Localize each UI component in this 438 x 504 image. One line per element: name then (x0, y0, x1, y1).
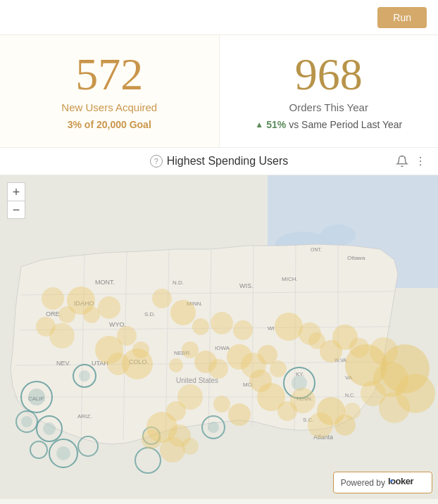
new-users-label: New Users Acquired (61, 101, 157, 113)
info-icon: ? (150, 155, 163, 168)
svg-point-3 (420, 160, 421, 162)
svg-point-83 (270, 360, 287, 377)
map-title-text: Highest Spending Users (167, 155, 289, 168)
svg-point-120 (182, 438, 199, 455)
map-actions (396, 155, 427, 168)
svg-point-53 (43, 422, 56, 435)
svg-point-104 (42, 287, 64, 310)
svg-point-75 (308, 412, 333, 438)
svg-point-88 (208, 359, 228, 379)
svg-point-89 (227, 344, 252, 370)
powered-by-badge: Powered by looker (333, 472, 432, 493)
map-container: + − (0, 175, 438, 499)
svg-point-106 (67, 286, 95, 315)
svg-point-112 (228, 403, 251, 426)
map-header: ? Highest Spending Users (0, 148, 438, 175)
new-users-goal: 3% of 20,000 Goal (68, 119, 151, 130)
svg-point-97 (152, 289, 172, 308)
svg-text:ONT.: ONT. (311, 247, 322, 252)
svg-point-100 (211, 312, 233, 334)
metrics-row: 572 New Users Acquired 3% of 20,000 Goal… (0, 35, 438, 148)
svg-point-49 (28, 389, 45, 405)
svg-point-8 (320, 225, 356, 246)
svg-point-94 (122, 348, 153, 379)
svg-point-87 (169, 358, 183, 372)
svg-point-108 (49, 323, 75, 348)
orders-label: Orders This Year (289, 101, 368, 113)
map-svg: ORE. IDAHO WYO. S.D. MINN. MONT. N.D. WI… (0, 175, 438, 499)
svg-point-118 (142, 429, 161, 449)
zoom-in-button[interactable]: + (7, 182, 25, 201)
svg-point-96 (98, 296, 120, 319)
new-users-card: 572 New Users Acquired 3% of 20,000 Goal (0, 35, 220, 147)
map-title: ? Highest Spending Users (150, 155, 289, 168)
svg-point-119 (160, 437, 185, 462)
svg-point-85 (182, 341, 199, 358)
orders-card: 968 Orders This Year ▲ 51% vs Same Perio… (220, 35, 439, 147)
zoom-controls: + − (7, 182, 25, 219)
svg-point-56 (56, 446, 70, 460)
svg-point-98 (170, 300, 196, 325)
run-button[interactable]: Run (377, 7, 427, 28)
svg-text:WIS.: WIS. (239, 282, 254, 289)
powered-by-text: Powered by (341, 478, 385, 488)
svg-point-101 (233, 320, 253, 340)
top-bar: Run (0, 0, 438, 35)
svg-point-51 (21, 416, 32, 427)
new-users-number: 572 (75, 52, 143, 97)
svg-point-111 (213, 396, 230, 412)
svg-text:United States: United States (176, 377, 218, 384)
svg-point-122 (390, 479, 393, 482)
svg-text:N.C.: N.C. (345, 393, 355, 398)
svg-text:MONT.: MONT. (95, 279, 115, 286)
map-section: ? Highest Spending Users (0, 148, 438, 504)
svg-point-72 (379, 392, 410, 423)
svg-text:ARIZ.: ARIZ. (77, 413, 92, 420)
svg-point-61 (79, 370, 90, 382)
svg-point-78 (349, 338, 369, 358)
trend-label: vs Same Period Last Year (289, 119, 402, 130)
orders-number: 968 (295, 52, 363, 97)
svg-point-99 (192, 318, 209, 335)
alert-button[interactable] (396, 155, 408, 168)
svg-point-76 (344, 403, 361, 420)
svg-text:WI: WI (268, 325, 275, 332)
svg-point-4 (420, 164, 421, 165)
looker-logo: looker (388, 476, 425, 489)
svg-text:S.D.: S.D. (144, 311, 156, 317)
svg-text:MICH.: MICH. (282, 276, 298, 282)
svg-text:IOWA: IOWA (215, 345, 230, 351)
svg-point-115 (290, 388, 315, 413)
svg-point-65 (208, 422, 219, 433)
svg-point-110 (177, 384, 203, 410)
svg-text:N.D.: N.D. (173, 279, 184, 286)
trend-percentage: 51% (266, 119, 286, 130)
svg-point-102 (275, 313, 303, 341)
svg-point-103 (299, 322, 321, 345)
orders-trend: ▲ 51% vs Same Period Last Year (255, 119, 402, 130)
svg-point-2 (420, 157, 421, 158)
trend-arrow-icon: ▲ (255, 120, 263, 130)
zoom-out-button[interactable]: − (7, 201, 25, 219)
more-options-button[interactable] (414, 155, 427, 168)
svg-text:NEV.: NEV. (56, 360, 70, 367)
svg-text:Ottawa: Ottawa (347, 255, 365, 261)
